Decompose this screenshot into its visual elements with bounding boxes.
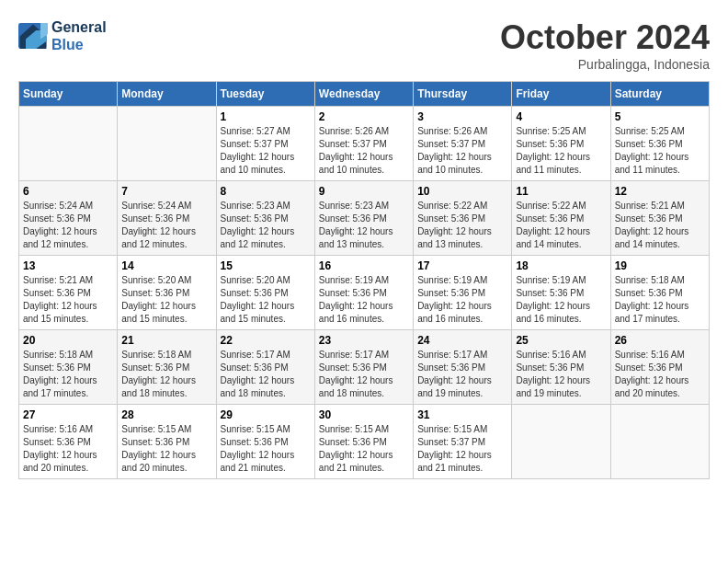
day-info: Sunrise: 5:20 AM Sunset: 5:36 PM Dayligh… (221, 274, 311, 326)
day-info: Sunrise: 5:25 AM Sunset: 5:36 PM Dayligh… (615, 125, 705, 177)
calendar-cell: 21Sunrise: 5:18 AM Sunset: 5:36 PM Dayli… (118, 330, 216, 405)
calendar-cell: 4Sunrise: 5:25 AM Sunset: 5:36 PM Daylig… (512, 107, 610, 181)
calendar-cell: 27Sunrise: 5:16 AM Sunset: 5:36 PM Dayli… (19, 405, 118, 479)
day-info: Sunrise: 5:18 AM Sunset: 5:36 PM Dayligh… (615, 274, 705, 326)
day-number: 7 (121, 185, 211, 198)
calendar-cell: 24Sunrise: 5:17 AM Sunset: 5:36 PM Dayli… (414, 330, 512, 405)
calendar-week-row: 6Sunrise: 5:24 AM Sunset: 5:36 PM Daylig… (19, 181, 710, 256)
logo-general: General (51, 18, 107, 36)
day-number: 27 (23, 408, 113, 421)
calendar-cell: 17Sunrise: 5:19 AM Sunset: 5:36 PM Dayli… (414, 256, 512, 330)
day-number: 21 (121, 334, 211, 347)
calendar-table: SundayMondayTuesdayWednesdayThursdayFrid… (18, 81, 710, 479)
calendar-cell: 19Sunrise: 5:18 AM Sunset: 5:36 PM Dayli… (610, 256, 709, 330)
weekday-header-monday: Monday (118, 82, 216, 107)
day-number: 8 (221, 185, 311, 198)
calendar-cell: 6Sunrise: 5:24 AM Sunset: 5:36 PM Daylig… (19, 181, 118, 256)
calendar-week-row: 20Sunrise: 5:18 AM Sunset: 5:36 PM Dayli… (19, 330, 710, 405)
day-number: 6 (23, 185, 113, 198)
day-info: Sunrise: 5:22 AM Sunset: 5:36 PM Dayligh… (516, 200, 606, 251)
day-info: Sunrise: 5:21 AM Sunset: 5:36 PM Dayligh… (615, 200, 705, 251)
logo-blue: Blue (51, 36, 107, 53)
day-number: 23 (319, 334, 409, 347)
day-number: 24 (417, 334, 507, 347)
day-number: 16 (319, 259, 409, 272)
day-info: Sunrise: 5:16 AM Sunset: 5:36 PM Dayligh… (516, 349, 606, 400)
day-number: 31 (417, 408, 507, 421)
day-number: 30 (319, 408, 409, 421)
day-info: Sunrise: 5:15 AM Sunset: 5:36 PM Dayligh… (221, 423, 311, 475)
calendar-cell: 14Sunrise: 5:20 AM Sunset: 5:36 PM Dayli… (118, 256, 216, 330)
day-info: Sunrise: 5:16 AM Sunset: 5:36 PM Dayligh… (615, 349, 705, 400)
weekday-header-row: SundayMondayTuesdayWednesdayThursdayFrid… (19, 82, 710, 107)
logo: General Blue (18, 18, 107, 53)
calendar-cell: 12Sunrise: 5:21 AM Sunset: 5:36 PM Dayli… (610, 181, 709, 256)
calendar-cell: 23Sunrise: 5:17 AM Sunset: 5:36 PM Dayli… (314, 330, 413, 405)
day-number: 10 (417, 185, 507, 198)
day-info: Sunrise: 5:27 AM Sunset: 5:37 PM Dayligh… (221, 125, 311, 177)
day-number: 5 (615, 110, 705, 123)
calendar-cell: 31Sunrise: 5:15 AM Sunset: 5:37 PM Dayli… (414, 405, 512, 479)
logo-text: General Blue (51, 18, 107, 53)
weekday-header-saturday: Saturday (610, 82, 709, 107)
weekday-header-friday: Friday (512, 82, 610, 107)
day-info: Sunrise: 5:26 AM Sunset: 5:37 PM Dayligh… (319, 125, 409, 177)
day-number: 15 (221, 259, 311, 272)
day-info: Sunrise: 5:23 AM Sunset: 5:36 PM Dayligh… (319, 200, 409, 251)
calendar-week-row: 13Sunrise: 5:21 AM Sunset: 5:36 PM Dayli… (19, 256, 710, 330)
weekday-header-wednesday: Wednesday (314, 82, 413, 107)
day-info: Sunrise: 5:18 AM Sunset: 5:36 PM Dayligh… (121, 349, 211, 400)
day-info: Sunrise: 5:20 AM Sunset: 5:36 PM Dayligh… (121, 274, 211, 326)
day-number: 28 (121, 408, 211, 421)
day-info: Sunrise: 5:16 AM Sunset: 5:36 PM Dayligh… (23, 423, 113, 475)
logo-icon (18, 23, 48, 49)
day-info: Sunrise: 5:17 AM Sunset: 5:36 PM Dayligh… (319, 349, 409, 400)
calendar-cell: 2Sunrise: 5:26 AM Sunset: 5:37 PM Daylig… (314, 107, 413, 181)
month-title: October 2024 (500, 18, 710, 57)
calendar-cell: 22Sunrise: 5:17 AM Sunset: 5:36 PM Dayli… (216, 330, 314, 405)
day-info: Sunrise: 5:19 AM Sunset: 5:36 PM Dayligh… (417, 274, 507, 326)
day-number: 22 (221, 334, 311, 347)
calendar-cell: 28Sunrise: 5:15 AM Sunset: 5:36 PM Dayli… (118, 405, 216, 479)
day-number: 1 (221, 110, 311, 123)
calendar-cell: 8Sunrise: 5:23 AM Sunset: 5:36 PM Daylig… (216, 181, 314, 256)
location-subtitle: Purbalingga, Indonesia (500, 57, 710, 72)
page-header: General Blue October 2024 Purbalingga, I… (18, 18, 710, 72)
calendar-cell (610, 405, 709, 479)
title-block: October 2024 Purbalingga, Indonesia (500, 18, 710, 72)
calendar-cell: 25Sunrise: 5:16 AM Sunset: 5:36 PM Dayli… (512, 330, 610, 405)
calendar-cell (512, 405, 610, 479)
calendar-cell: 3Sunrise: 5:26 AM Sunset: 5:37 PM Daylig… (414, 107, 512, 181)
calendar-cell: 1Sunrise: 5:27 AM Sunset: 5:37 PM Daylig… (216, 107, 314, 181)
day-number: 14 (121, 259, 211, 272)
weekday-header-tuesday: Tuesday (216, 82, 314, 107)
calendar-week-row: 1Sunrise: 5:27 AM Sunset: 5:37 PM Daylig… (19, 107, 710, 181)
calendar-cell: 15Sunrise: 5:20 AM Sunset: 5:36 PM Dayli… (216, 256, 314, 330)
day-info: Sunrise: 5:21 AM Sunset: 5:36 PM Dayligh… (23, 274, 113, 326)
day-number: 12 (615, 185, 705, 198)
day-info: Sunrise: 5:17 AM Sunset: 5:36 PM Dayligh… (417, 349, 507, 400)
day-number: 3 (417, 110, 507, 123)
day-info: Sunrise: 5:17 AM Sunset: 5:36 PM Dayligh… (221, 349, 311, 400)
calendar-week-row: 27Sunrise: 5:16 AM Sunset: 5:36 PM Dayli… (19, 405, 710, 479)
day-number: 4 (516, 110, 606, 123)
calendar-cell: 18Sunrise: 5:19 AM Sunset: 5:36 PM Dayli… (512, 256, 610, 330)
calendar-cell: 20Sunrise: 5:18 AM Sunset: 5:36 PM Dayli… (19, 330, 118, 405)
calendar-cell: 26Sunrise: 5:16 AM Sunset: 5:36 PM Dayli… (610, 330, 709, 405)
calendar-cell: 5Sunrise: 5:25 AM Sunset: 5:36 PM Daylig… (610, 107, 709, 181)
day-number: 29 (221, 408, 311, 421)
calendar-cell: 30Sunrise: 5:15 AM Sunset: 5:36 PM Dayli… (314, 405, 413, 479)
day-info: Sunrise: 5:18 AM Sunset: 5:36 PM Dayligh… (23, 349, 113, 400)
day-info: Sunrise: 5:15 AM Sunset: 5:36 PM Dayligh… (319, 423, 409, 475)
day-info: Sunrise: 5:23 AM Sunset: 5:36 PM Dayligh… (221, 200, 311, 251)
day-info: Sunrise: 5:15 AM Sunset: 5:36 PM Dayligh… (121, 423, 211, 475)
day-number: 17 (417, 259, 507, 272)
day-info: Sunrise: 5:24 AM Sunset: 5:36 PM Dayligh… (23, 200, 113, 251)
day-info: Sunrise: 5:24 AM Sunset: 5:36 PM Dayligh… (121, 200, 211, 251)
day-info: Sunrise: 5:25 AM Sunset: 5:36 PM Dayligh… (516, 125, 606, 177)
day-number: 11 (516, 185, 606, 198)
calendar-cell: 10Sunrise: 5:22 AM Sunset: 5:36 PM Dayli… (414, 181, 512, 256)
day-number: 20 (23, 334, 113, 347)
calendar-cell: 29Sunrise: 5:15 AM Sunset: 5:36 PM Dayli… (216, 405, 314, 479)
day-info: Sunrise: 5:19 AM Sunset: 5:36 PM Dayligh… (516, 274, 606, 326)
